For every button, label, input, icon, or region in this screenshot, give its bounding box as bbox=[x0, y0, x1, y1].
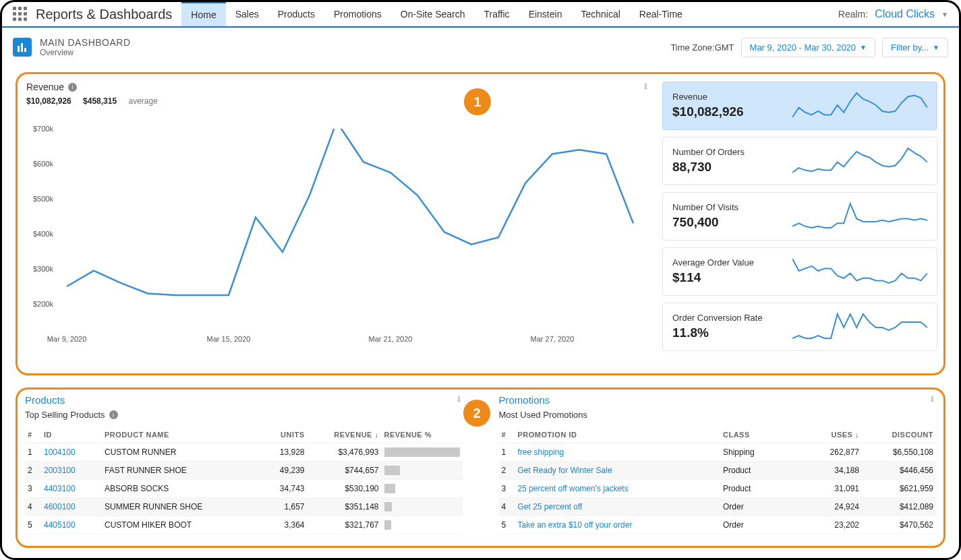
cell-promo-id[interactable]: Get 25 percent off bbox=[515, 498, 721, 516]
col-revenue[interactable]: REVENUE ↓ bbox=[308, 427, 382, 443]
col-class[interactable]: CLASS bbox=[720, 427, 794, 443]
download-icon[interactable]: ⬇ bbox=[455, 394, 463, 406]
table-row: 44600100SUMMER RUNNER SHOE1,657$351,148 bbox=[25, 498, 463, 516]
table-row: 4Get 25 percent offOrder24,924$412,089 bbox=[499, 498, 937, 516]
main-panel: Revenue i $10,082,926 $458,315 average ⬇… bbox=[16, 72, 945, 375]
tab-technical[interactable]: Technical bbox=[571, 2, 629, 26]
nav-tabs: HomeSalesProductsPromotionsOn-Site Searc… bbox=[181, 2, 692, 26]
cell-id[interactable]: 4403100 bbox=[41, 480, 102, 498]
tab-on-site-search[interactable]: On-Site Search bbox=[391, 2, 475, 26]
cell-id[interactable]: 2003100 bbox=[41, 462, 102, 480]
cell-name: CUSTOM HIKER BOOT bbox=[102, 516, 260, 534]
products-card: Products ⬇ Top Selling Products i # ID P… bbox=[16, 387, 472, 548]
cell-name: FAST RUNNER SHOE bbox=[102, 462, 260, 480]
col-id[interactable]: ID bbox=[41, 427, 102, 443]
col-units[interactable]: UNITS bbox=[260, 427, 308, 443]
table-row: 11004100CUSTOM RUNNER13,928$3,476,993 bbox=[25, 443, 463, 462]
cell-units: 34,743 bbox=[260, 480, 308, 498]
col-name[interactable]: PRODUCT NAME bbox=[102, 427, 260, 443]
metric-value: 750,400 bbox=[672, 215, 738, 230]
cell-promo-id[interactable]: free shipping bbox=[515, 443, 721, 462]
col-uses[interactable]: USES ↓ bbox=[794, 427, 862, 443]
metric-card-number-of-visits[interactable]: Number Of Visits750,400 bbox=[662, 192, 937, 241]
promotions-subtitle: Most Used Promotions bbox=[499, 410, 937, 420]
timezone: Time Zone:GMT bbox=[670, 42, 734, 53]
date-range-button[interactable]: Mar 9, 2020 - Mar 30, 2020 ▼ bbox=[741, 38, 875, 57]
chart-average-label: average bbox=[128, 96, 157, 106]
filter-by-button[interactable]: Filter by... ▼ bbox=[882, 38, 948, 57]
app-launcher-icon[interactable] bbox=[13, 7, 28, 22]
tab-traffic[interactable]: Traffic bbox=[475, 2, 519, 26]
metric-card-number-of-orders[interactable]: Number Of Orders88,730 bbox=[662, 137, 937, 185]
cell-uses: 262,877 bbox=[794, 443, 862, 462]
tab-einstein[interactable]: Einstein bbox=[519, 2, 572, 26]
promotions-card: Promotions ⬇ Most Used Promotions # PROM… bbox=[490, 387, 946, 548]
tab-home[interactable]: Home bbox=[181, 1, 225, 26]
cell-num: 4 bbox=[499, 498, 515, 516]
revenue-line-chart[interactable]: $200k$300k$400k$500k$600k$700kMar 9, 202… bbox=[33, 129, 640, 331]
col-discount[interactable]: DISCOUNT bbox=[862, 427, 936, 443]
col-pct[interactable]: REVENUE % bbox=[382, 427, 463, 443]
cell-num: 2 bbox=[499, 462, 515, 480]
tab-products[interactable]: Products bbox=[268, 2, 324, 26]
info-icon[interactable]: i bbox=[109, 410, 118, 419]
download-icon[interactable]: ⬇ bbox=[642, 82, 649, 92]
cell-revenue: $321,767 bbox=[308, 516, 382, 534]
cell-id[interactable]: 4405100 bbox=[41, 516, 102, 534]
col-number[interactable]: # bbox=[499, 427, 515, 443]
page-subtitle: Overview bbox=[40, 48, 131, 57]
cell-num: 4 bbox=[25, 498, 41, 516]
metric-label: Revenue bbox=[672, 92, 744, 102]
metric-card-average-order-value[interactable]: Average Order Value$114 bbox=[662, 247, 937, 296]
sparkline bbox=[792, 199, 927, 232]
header-text: MAIN DASHBOARD Overview bbox=[40, 37, 131, 57]
header-controls: Time Zone:GMT Mar 9, 2020 - Mar 30, 2020… bbox=[670, 38, 948, 57]
table-row: 2Get Ready for Winter SaleProduct34,188$… bbox=[499, 462, 937, 480]
cell-revenue: $744,657 bbox=[308, 462, 382, 480]
cell-id[interactable]: 4600100 bbox=[41, 498, 102, 516]
cell-promo-id[interactable]: Get Ready for Winter Sale bbox=[515, 462, 721, 480]
tab-real-time[interactable]: Real-Time bbox=[630, 2, 692, 26]
table-row: 1free shippingShipping262,877$6,550,108 bbox=[499, 443, 937, 462]
products-table: # ID PRODUCT NAME UNITS REVENUE ↓ REVENU… bbox=[25, 427, 463, 534]
cell-revenue: $351,148 bbox=[308, 498, 382, 516]
cell-num: 3 bbox=[499, 480, 515, 498]
cell-units: 1,657 bbox=[260, 498, 308, 516]
cell-discount: $470,562 bbox=[862, 516, 936, 534]
sort-desc-icon: ↓ bbox=[855, 431, 859, 439]
tab-promotions[interactable]: Promotions bbox=[324, 2, 391, 26]
cell-class: Shipping bbox=[720, 443, 794, 462]
cell-class: Product bbox=[720, 462, 794, 480]
cell-num: 1 bbox=[499, 443, 515, 462]
metric-label: Number Of Orders bbox=[672, 147, 745, 157]
metric-card-order-conversion-rate[interactable]: Order Conversion Rate11.8% bbox=[662, 303, 937, 351]
tab-sales[interactable]: Sales bbox=[226, 2, 268, 26]
download-icon[interactable]: ⬇ bbox=[929, 394, 936, 406]
products-title[interactable]: Products bbox=[25, 394, 65, 406]
metric-card-revenue[interactable]: Revenue$10,082,926 bbox=[662, 82, 937, 130]
svg-rect-0 bbox=[18, 46, 20, 52]
col-promo-id[interactable]: PROMOTION ID bbox=[515, 427, 721, 443]
cell-discount: $6,550,108 bbox=[862, 443, 936, 462]
table-row: 34403100ABSORB SOCKS34,743$530,190 bbox=[25, 480, 463, 498]
chevron-down-icon: ▼ bbox=[860, 44, 867, 51]
promotions-title[interactable]: Promotions bbox=[499, 394, 550, 406]
metric-value: $10,082,926 bbox=[672, 104, 744, 119]
col-number[interactable]: # bbox=[25, 427, 41, 443]
cell-class: Product bbox=[720, 480, 794, 498]
cell-promo-id[interactable]: Take an extra $10 off your order bbox=[515, 516, 721, 534]
cell-promo-id[interactable]: 25 percent off women's jackets bbox=[515, 480, 721, 498]
chevron-down-icon: ▼ bbox=[933, 44, 939, 51]
metric-value: 88,730 bbox=[672, 160, 745, 175]
cell-discount: $412,089 bbox=[862, 498, 936, 516]
cell-num: 3 bbox=[25, 480, 41, 498]
annotation-number-1: 1 bbox=[464, 88, 491, 115]
cell-name: SUMMER RUNNER SHOE bbox=[102, 498, 260, 516]
cell-id[interactable]: 1004100 bbox=[41, 443, 102, 462]
cell-uses: 24,924 bbox=[794, 498, 862, 516]
info-icon[interactable]: i bbox=[68, 83, 77, 92]
realm-value: Cloud Clicks bbox=[875, 8, 935, 20]
realm-selector[interactable]: Realm: Cloud Clicks ▼ bbox=[838, 8, 952, 20]
cell-units: 49,239 bbox=[260, 462, 308, 480]
svg-rect-2 bbox=[24, 48, 26, 52]
